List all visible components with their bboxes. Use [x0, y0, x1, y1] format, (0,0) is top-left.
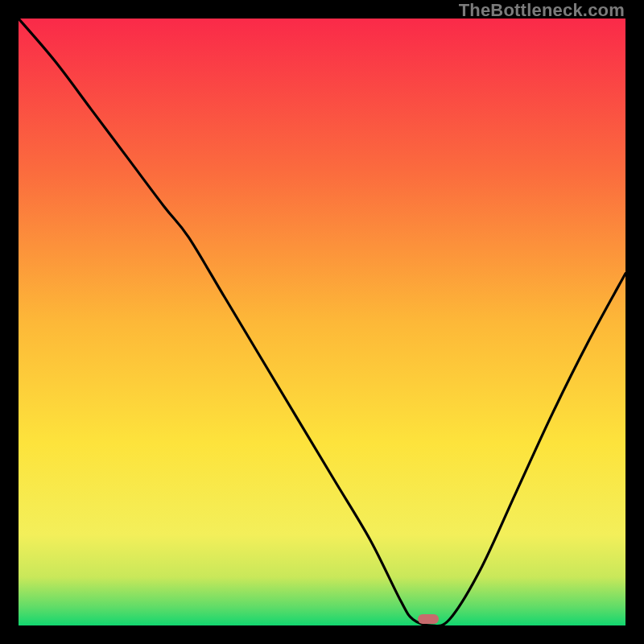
watermark-text: TheBottleneck.com: [459, 0, 625, 21]
bottleneck-curve: [19, 19, 625, 625]
chart-frame: TheBottleneck.com: [0, 0, 644, 644]
plot-area: [19, 19, 625, 625]
optimal-marker: [418, 614, 439, 624]
